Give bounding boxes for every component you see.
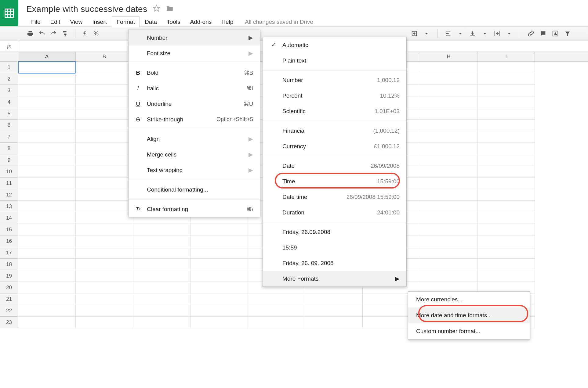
cell[interactable] bbox=[477, 224, 535, 235]
toolbar-overflow-icon[interactable] bbox=[410, 29, 419, 38]
cell[interactable] bbox=[248, 317, 305, 328]
cell[interactable] bbox=[18, 317, 76, 328]
filter-icon[interactable] bbox=[563, 29, 572, 38]
cell[interactable] bbox=[420, 73, 477, 85]
numfmt-percent[interactable]: Percent10.12% bbox=[263, 88, 406, 103]
cell[interactable] bbox=[76, 305, 133, 317]
more-currencies[interactable]: More currencies... bbox=[408, 292, 530, 307]
row-header[interactable]: 6 bbox=[0, 120, 18, 131]
numfmt-time[interactable]: Time15:59:00 bbox=[263, 174, 406, 189]
row-header[interactable]: 7 bbox=[0, 131, 18, 143]
cell[interactable] bbox=[133, 259, 191, 270]
numfmt-custom2[interactable]: 15:59 bbox=[263, 240, 406, 255]
cell[interactable] bbox=[191, 317, 248, 328]
select-all-corner[interactable] bbox=[0, 52, 18, 61]
cell[interactable] bbox=[18, 247, 76, 259]
cell[interactable] bbox=[477, 143, 535, 154]
cell[interactable] bbox=[305, 293, 363, 305]
cell[interactable] bbox=[477, 166, 535, 178]
more-date-time-formats[interactable]: More date and time formats... bbox=[408, 307, 530, 323]
cell[interactable] bbox=[76, 73, 133, 85]
numfmt-more-formats[interactable]: More Formats▶ bbox=[263, 271, 406, 286]
row-header[interactable]: 13 bbox=[0, 201, 18, 212]
cell[interactable] bbox=[420, 178, 477, 189]
cell[interactable] bbox=[420, 85, 477, 96]
row-header[interactable]: 19 bbox=[0, 270, 18, 282]
row-header[interactable]: 12 bbox=[0, 189, 18, 201]
row-header[interactable]: 4 bbox=[0, 96, 18, 108]
row-header[interactable]: 14 bbox=[0, 212, 18, 224]
cell[interactable] bbox=[76, 166, 133, 178]
cell[interactable] bbox=[18, 96, 76, 108]
column-header-B[interactable]: B bbox=[76, 52, 133, 61]
cell[interactable] bbox=[76, 62, 133, 73]
cell[interactable] bbox=[477, 131, 535, 143]
cell[interactable] bbox=[420, 108, 477, 120]
row-header[interactable]: 5 bbox=[0, 108, 18, 120]
cell[interactable] bbox=[133, 305, 191, 317]
numfmt-plain[interactable]: Plain text bbox=[263, 53, 406, 68]
cell[interactable] bbox=[191, 282, 248, 293]
row-header[interactable]: 10 bbox=[0, 166, 18, 178]
cell[interactable] bbox=[420, 212, 477, 224]
folder-icon[interactable] bbox=[166, 5, 174, 14]
cell[interactable] bbox=[477, 120, 535, 131]
cell[interactable] bbox=[76, 317, 133, 328]
column-header-A[interactable]: A bbox=[18, 52, 76, 61]
numfmt-custom1[interactable]: Friday, 26.09.2008 bbox=[263, 224, 406, 240]
cell[interactable] bbox=[76, 189, 133, 201]
menu-insert[interactable]: Insert bbox=[87, 16, 112, 27]
custom-number-format[interactable]: Custom number format... bbox=[408, 323, 530, 339]
cell[interactable] bbox=[18, 282, 76, 293]
numfmt-number[interactable]: Number1,000.12 bbox=[263, 72, 406, 88]
cell[interactable] bbox=[420, 189, 477, 201]
cell[interactable] bbox=[18, 166, 76, 178]
cell[interactable] bbox=[76, 143, 133, 154]
cell[interactable] bbox=[76, 96, 133, 108]
cell[interactable] bbox=[18, 143, 76, 154]
cell[interactable] bbox=[18, 224, 76, 235]
cell[interactable] bbox=[133, 224, 191, 235]
cell[interactable] bbox=[76, 212, 133, 224]
menu-data[interactable]: Data bbox=[140, 16, 162, 27]
cell[interactable] bbox=[133, 293, 191, 305]
cell[interactable] bbox=[477, 85, 535, 96]
column-header-I[interactable]: I bbox=[477, 52, 535, 61]
currency-format-button[interactable]: £ bbox=[81, 31, 89, 37]
numfmt-currency[interactable]: Currency£1,000.12 bbox=[263, 138, 406, 154]
numfmt-financial[interactable]: Financial(1,000.12) bbox=[263, 123, 406, 138]
cell[interactable] bbox=[18, 120, 76, 131]
cell[interactable] bbox=[477, 247, 535, 259]
cell[interactable] bbox=[76, 259, 133, 270]
cell[interactable] bbox=[477, 108, 535, 120]
cell[interactable] bbox=[191, 235, 248, 247]
app-logo[interactable] bbox=[0, 0, 18, 26]
cell[interactable] bbox=[76, 235, 133, 247]
menu-edit[interactable]: Edit bbox=[45, 16, 65, 27]
cell[interactable] bbox=[18, 189, 76, 201]
row-header[interactable]: 20 bbox=[0, 282, 18, 293]
cell[interactable] bbox=[133, 247, 191, 259]
cell[interactable] bbox=[76, 201, 133, 212]
cell[interactable] bbox=[191, 224, 248, 235]
cell[interactable] bbox=[18, 108, 76, 120]
cell[interactable] bbox=[477, 212, 535, 224]
numfmt-custom3[interactable]: Friday, 26. 09. 2008 bbox=[263, 255, 406, 271]
cell[interactable] bbox=[420, 270, 477, 282]
row-header[interactable]: 8 bbox=[0, 143, 18, 154]
cell[interactable] bbox=[191, 305, 248, 317]
cell[interactable] bbox=[18, 73, 76, 85]
cell[interactable] bbox=[305, 305, 363, 317]
cell[interactable] bbox=[305, 317, 363, 328]
link-icon[interactable] bbox=[526, 29, 535, 38]
star-icon[interactable] bbox=[153, 5, 160, 14]
cell[interactable] bbox=[420, 224, 477, 235]
row-header[interactable]: 21 bbox=[0, 293, 18, 305]
cell[interactable] bbox=[420, 96, 477, 108]
format-font-size[interactable]: Font size▶ bbox=[129, 45, 260, 61]
cell[interactable] bbox=[133, 282, 191, 293]
cell[interactable] bbox=[420, 247, 477, 259]
cell[interactable] bbox=[248, 293, 305, 305]
cell[interactable] bbox=[477, 259, 535, 270]
numfmt-date[interactable]: Date26/09/2008 bbox=[263, 158, 406, 174]
